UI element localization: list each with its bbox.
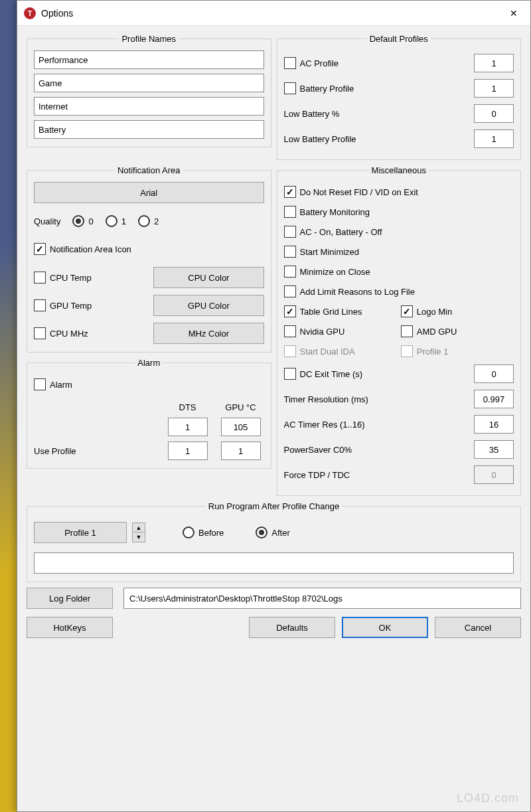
dc-exit-checkbox[interactable] xyxy=(284,368,296,380)
ac-on-bat-off-label: AC - On, Battery - Off xyxy=(300,227,382,237)
force-tdp-value: 0 xyxy=(474,465,514,484)
gpu-temp-label: GPU Temp xyxy=(50,301,92,311)
alarm-dts-value[interactable]: 1 xyxy=(168,418,208,436)
powersaver-label: PowerSaver C0% xyxy=(284,445,352,455)
profile-name-3[interactable] xyxy=(34,97,264,116)
hotkeys-button[interactable]: HotKeys xyxy=(27,617,113,638)
profile1-checkbox xyxy=(401,345,413,357)
battery-profile-checkbox[interactable] xyxy=(284,82,296,94)
cpu-temp-label: CPU Temp xyxy=(50,273,92,283)
window-title: Options xyxy=(41,8,498,19)
ac-timer-res-value[interactable]: 16 xyxy=(474,415,514,434)
watermark: LO4D.com xyxy=(457,791,519,805)
miscellaneous-group: Miscellaneous Do Not Reset FID / VID on … xyxy=(277,165,522,496)
no-reset-fid-checkbox[interactable] xyxy=(284,186,296,198)
grid-lines-checkbox[interactable] xyxy=(284,305,296,317)
alarm-checkbox[interactable] xyxy=(34,378,46,390)
quality-2-label: 2 xyxy=(154,216,159,226)
run-program-group: Run Program After Profile Change Profile… xyxy=(27,501,521,582)
low-battery-pct-value[interactable]: 0 xyxy=(474,104,514,123)
grid-lines-label: Table Grid Lines xyxy=(300,307,362,317)
cpu-mhz-label: CPU MHz xyxy=(50,329,88,339)
limit-reasons-checkbox[interactable] xyxy=(284,285,296,297)
limit-reasons-label: Add Limit Reasons to Log File xyxy=(300,287,415,297)
use-profile-dts[interactable]: 1 xyxy=(168,442,208,460)
use-profile-gpu[interactable]: 1 xyxy=(221,442,261,460)
alarm-group: Alarm Alarm DTS GPU °C 1 105 xyxy=(27,358,271,469)
nvidia-gpu-label: Nvidia GPU xyxy=(300,327,345,337)
battery-profile-value[interactable]: 1 xyxy=(474,79,514,98)
default-profiles-legend: Default Profiles xyxy=(367,34,431,44)
mhz-color-button[interactable]: MHz Color xyxy=(153,323,264,344)
run-program-legend: Run Program After Profile Change xyxy=(206,501,342,511)
battery-monitoring-checkbox[interactable] xyxy=(284,206,296,218)
ac-on-bat-off-checkbox[interactable] xyxy=(284,226,296,238)
start-minimized-checkbox[interactable] xyxy=(284,246,296,258)
quality-2-radio[interactable] xyxy=(138,215,150,227)
quality-0-label: 0 xyxy=(88,216,93,226)
amd-gpu-checkbox[interactable] xyxy=(401,325,413,337)
quality-label: Quality xyxy=(34,216,60,226)
dual-ida-checkbox xyxy=(284,345,296,357)
profile-names-group: Profile Names xyxy=(27,34,271,147)
cpu-temp-checkbox[interactable] xyxy=(34,272,46,284)
dts-header: DTS xyxy=(165,402,211,412)
low-battery-profile-value[interactable]: 1 xyxy=(474,129,514,148)
minimize-on-close-checkbox[interactable] xyxy=(284,266,296,278)
alarm-gpu-value[interactable]: 105 xyxy=(221,418,261,436)
profile-name-4[interactable] xyxy=(34,120,264,139)
start-minimized-label: Start Minimized xyxy=(300,247,360,257)
alarm-legend: Alarm xyxy=(135,358,163,368)
gpu-temp-checkbox[interactable] xyxy=(34,299,46,311)
cpu-mhz-checkbox[interactable] xyxy=(34,327,46,339)
gpu-c-header: GPU °C xyxy=(218,402,264,412)
log-folder-button[interactable]: Log Folder xyxy=(27,588,113,609)
spinner-up-icon[interactable]: ▲ xyxy=(133,523,145,532)
cancel-button[interactable]: Cancel xyxy=(435,617,521,638)
notification-area-legend: Notification Area xyxy=(115,165,183,175)
notification-area-group: Notification Area Arial Quality 0 1 2 No… xyxy=(27,165,271,353)
battery-profile-label: Battery Profile xyxy=(300,84,354,94)
before-radio[interactable] xyxy=(183,527,194,538)
use-profile-label: Use Profile xyxy=(34,446,76,456)
powersaver-value[interactable]: 35 xyxy=(474,440,514,459)
ac-profile-checkbox[interactable] xyxy=(284,57,296,69)
quality-0-radio[interactable] xyxy=(72,215,84,227)
quality-1-label: 1 xyxy=(121,216,126,226)
profile-name-2[interactable] xyxy=(34,74,264,92)
options-window: T Options ✕ Profile Names Default Profil… xyxy=(17,0,531,812)
gpu-color-button[interactable]: GPU Color xyxy=(153,295,264,316)
tray-icon-label: Notification Area Icon xyxy=(50,244,131,254)
dc-exit-value[interactable]: 0 xyxy=(474,365,514,383)
timer-res-value[interactable]: 0.997 xyxy=(474,390,514,408)
low-battery-pct-label: Low Battery % xyxy=(284,109,340,119)
font-button[interactable]: Arial xyxy=(34,182,264,203)
run-profile-button[interactable]: Profile 1 xyxy=(34,522,127,543)
alarm-label: Alarm xyxy=(50,380,72,390)
close-icon[interactable]: ✕ xyxy=(498,3,529,24)
defaults-button[interactable]: Defaults xyxy=(249,617,335,638)
logo-min-checkbox[interactable] xyxy=(401,305,413,317)
ok-button[interactable]: OK xyxy=(342,617,428,638)
force-tdp-label: Force TDP / TDC xyxy=(284,470,350,480)
run-profile-spinner[interactable]: ▲ ▼ xyxy=(132,523,145,542)
dual-ida-label: Start Dual IDA xyxy=(300,347,355,357)
app-icon: T xyxy=(24,7,36,19)
low-battery-profile-label: Low Battery Profile xyxy=(284,134,356,144)
cpu-color-button[interactable]: CPU Color xyxy=(153,267,264,288)
quality-1-radio[interactable] xyxy=(106,215,117,227)
ac-profile-value[interactable]: 1 xyxy=(474,54,514,72)
profile-name-1[interactable] xyxy=(34,50,264,69)
run-program-path[interactable] xyxy=(34,552,514,574)
spinner-down-icon[interactable]: ▼ xyxy=(133,532,145,542)
minimize-on-close-label: Minimize on Close xyxy=(300,267,370,277)
ac-profile-label: AC Profile xyxy=(300,58,339,68)
tray-icon-checkbox[interactable] xyxy=(34,243,46,255)
nvidia-gpu-checkbox[interactable] xyxy=(284,325,296,337)
dc-exit-label: DC Exit Time (s) xyxy=(300,369,363,379)
after-radio[interactable] xyxy=(256,527,267,538)
timer-res-label: Timer Resolution (ms) xyxy=(284,394,368,404)
title-bar: T Options ✕ xyxy=(17,1,530,26)
battery-monitoring-label: Battery Monitoring xyxy=(300,207,370,217)
log-folder-path[interactable]: C:\Users\Administrator\Desktop\ThrottleS… xyxy=(123,588,521,609)
